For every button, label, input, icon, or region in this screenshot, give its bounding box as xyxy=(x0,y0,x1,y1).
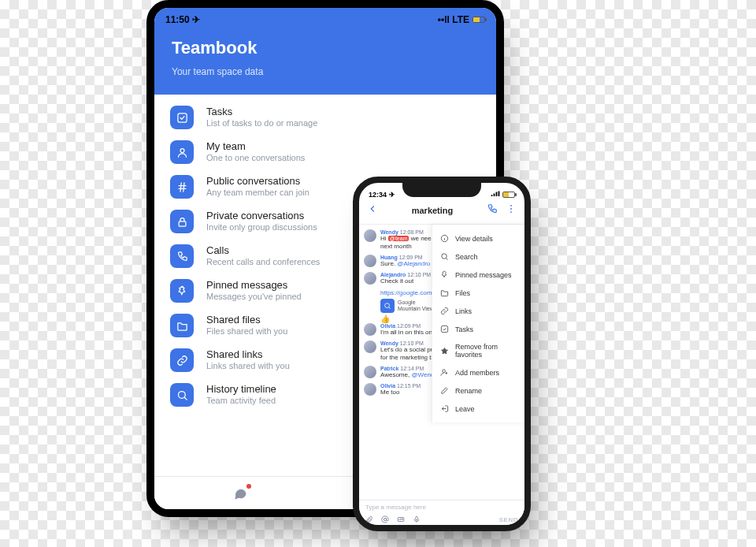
row-subtitle: List of tasks to do or manage xyxy=(206,118,317,129)
hash-icon xyxy=(170,175,194,199)
avatar xyxy=(364,229,376,242)
status-time: 11:50 ✈ xyxy=(165,14,200,25)
battery-icon xyxy=(472,17,485,23)
avatar xyxy=(364,255,376,267)
tab-chat[interactable] xyxy=(154,477,325,509)
mention-button[interactable] xyxy=(381,512,389,527)
call-button[interactable] xyxy=(487,203,498,218)
menu-item-label: Leave xyxy=(455,405,475,413)
link-thumb-icon xyxy=(380,299,395,313)
leave-icon xyxy=(440,404,449,413)
row-subtitle: Any team member can join xyxy=(206,188,309,199)
link-icon xyxy=(170,348,194,372)
conversation-header: marketing xyxy=(359,200,524,225)
attach-button[interactable] xyxy=(365,512,373,527)
lock-icon xyxy=(170,210,194,233)
check-box-icon xyxy=(440,325,449,333)
app-title: Teambook xyxy=(172,38,479,58)
menu-item-label: Links xyxy=(455,307,472,315)
person-icon xyxy=(170,140,194,164)
search-icon xyxy=(440,252,449,261)
row-title: My team xyxy=(206,140,305,153)
row-subtitle: One to one conversations xyxy=(206,153,305,164)
status-net-text: ••ll LTE xyxy=(438,14,469,25)
pencil-icon xyxy=(440,386,449,395)
message-text: I'm all in on this one. xyxy=(380,329,438,337)
menu-item-tasks[interactable]: Tasks xyxy=(432,320,524,338)
mic-button[interactable] xyxy=(413,512,421,527)
menu-item-label: Tasks xyxy=(455,326,473,333)
compose-bar: Type a message here SEND xyxy=(359,500,524,525)
link-icon xyxy=(440,307,449,315)
teambook-row-my-team[interactable]: My teamOne to one conversations xyxy=(170,137,480,172)
pin-icon xyxy=(440,270,449,279)
conversation-title[interactable]: marketing xyxy=(412,206,454,215)
unread-badge xyxy=(246,484,251,489)
menu-item-rename[interactable]: Rename xyxy=(432,381,524,400)
link-card-text: GoogleMountain View xyxy=(398,300,434,311)
tablet-header: Teambook Your team space data xyxy=(154,32,496,95)
folder-icon xyxy=(440,288,449,297)
row-subtitle: Links shared with you xyxy=(206,361,290,372)
menu-item-label: Files xyxy=(455,289,470,297)
menu-item-label: Remove from favorites xyxy=(455,343,517,359)
add-user-icon xyxy=(440,368,449,377)
row-title: Calls xyxy=(206,244,320,257)
row-title: Public conversations xyxy=(206,175,309,188)
menu-item-files[interactable]: Files xyxy=(432,284,524,302)
row-subtitle: Messages you've pinned xyxy=(206,292,302,303)
status-network: ••ll LTE xyxy=(438,14,485,25)
phone-device: 12:34 ✈ marketing Wendy 12:08 PMHi @team… xyxy=(353,177,531,531)
row-title: Shared links xyxy=(206,348,290,361)
battery-icon xyxy=(502,192,515,198)
search-icon xyxy=(170,383,194,407)
pin-icon xyxy=(170,279,194,303)
menu-item-remove-from-favorites[interactable]: Remove from favorites xyxy=(432,338,524,363)
check-box-icon xyxy=(170,106,194,129)
overflow-menu: View detailsSearchPinned messagesFilesLi… xyxy=(432,225,524,422)
row-subtitle: Team activity feed xyxy=(206,396,276,407)
row-title: Shared files xyxy=(206,314,287,326)
signal-icon xyxy=(491,191,500,199)
row-title: Tasks xyxy=(206,106,317,118)
conversation-body: Wendy 12:08 PMHi @team we need to talk a… xyxy=(359,225,524,500)
menu-item-add-members[interactable]: Add members xyxy=(432,363,524,381)
status-right xyxy=(491,191,515,199)
row-subtitle: Recent calls and conferences xyxy=(206,257,320,268)
message-meta: Alejandro 12:10 PM xyxy=(380,272,431,277)
message-meta: Olivia 12:15 PM xyxy=(380,383,421,389)
message-meta: Olivia 12:09 PM xyxy=(380,323,438,329)
row-title: History timeline xyxy=(206,383,276,396)
more-menu-button[interactable] xyxy=(506,203,517,218)
status-time: 12:34 ✈ xyxy=(369,191,395,199)
star-icon xyxy=(440,347,449,355)
teambook-row-tasks[interactable]: TasksList of tasks to do or manage xyxy=(170,102,480,137)
avatar xyxy=(364,340,376,353)
gif-button[interactable] xyxy=(397,512,405,527)
avatar xyxy=(364,383,376,396)
menu-item-links[interactable]: Links xyxy=(432,302,524,320)
menu-item-pinned-messages[interactable]: Pinned messages xyxy=(432,266,524,284)
back-button[interactable] xyxy=(367,203,378,218)
app-subtitle: Your team space data xyxy=(172,66,479,77)
menu-item-label: View details xyxy=(455,235,493,243)
message-input[interactable]: Type a message here xyxy=(359,500,524,513)
menu-item-label: Pinned messages xyxy=(455,271,512,279)
menu-item-label: Search xyxy=(455,253,478,261)
row-title: Private conversations xyxy=(206,210,317,222)
menu-item-label: Rename xyxy=(455,387,482,395)
phone-notch xyxy=(402,183,481,197)
folder-icon xyxy=(170,314,194,337)
message-text: Check it out xyxy=(380,277,431,285)
menu-item-search[interactable]: Search xyxy=(432,247,524,266)
message-text: Me too xyxy=(380,389,421,396)
row-title: Pinned messages xyxy=(206,279,302,292)
phone-icon xyxy=(170,244,194,268)
row-subtitle: Invite only group discussions xyxy=(206,222,317,233)
info-icon xyxy=(440,234,449,243)
send-button[interactable]: SEND xyxy=(499,516,518,523)
menu-item-leave[interactable]: Leave xyxy=(432,400,524,418)
menu-item-view-details[interactable]: View details xyxy=(432,229,524,247)
row-subtitle: Files shared with you xyxy=(206,326,287,337)
avatar xyxy=(364,272,376,285)
